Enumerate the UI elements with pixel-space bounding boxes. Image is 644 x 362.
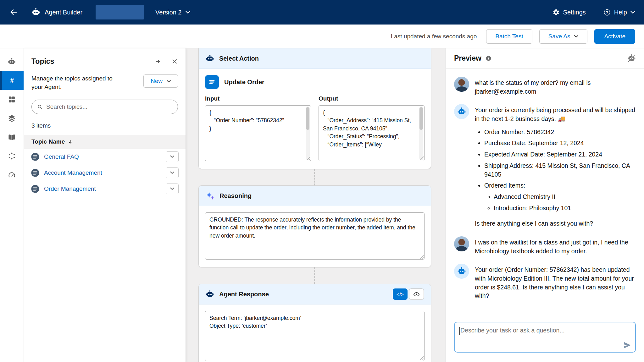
user-avatar: [454, 236, 469, 251]
bot-message: Your order (Order Number: 57862342) has …: [454, 264, 636, 300]
robot-slash-icon[interactable]: [627, 54, 636, 63]
action-output-text: { “Order_Address”: “415 Mission St, San …: [319, 106, 424, 161]
preview-header: Preview: [446, 48, 644, 69]
message-content: what is the status of my order? my email…: [475, 77, 636, 96]
version-selector[interactable]: Version 2: [155, 9, 190, 16]
flow-connector: [314, 169, 315, 185]
left-icon-rail: #: [0, 48, 24, 362]
bot-avatar: [454, 264, 469, 279]
scrollbar-thumb[interactable]: [419, 107, 423, 130]
rail-item-actions[interactable]: [0, 90, 24, 109]
chevron-down-icon: [574, 35, 578, 38]
info-icon[interactable]: [486, 55, 491, 61]
agent-builder-logo-icon: [31, 8, 40, 17]
scrollbar-track: [306, 107, 310, 160]
action-row: Update Order: [205, 75, 425, 89]
svg-text:#: #: [10, 77, 14, 84]
topic-name-column-header[interactable]: Topic Name: [24, 135, 186, 149]
rail-item-agent[interactable]: [0, 52, 24, 71]
text-caret: [459, 327, 460, 335]
version-label: Version 2: [155, 9, 181, 16]
save-as-button[interactable]: Save As: [539, 29, 588, 44]
topic-row-menu-button[interactable]: [166, 167, 179, 178]
agent-name-block[interactable]: [96, 5, 144, 19]
topic-link[interactable]: Account Management: [44, 169, 102, 176]
input-column: Input { “Order Number”: “57862342” }: [205, 95, 311, 161]
list-item: Shipping Address: 415 Mission St, San Fr…: [484, 162, 636, 179]
sort-descending-icon: [68, 139, 73, 145]
preview-view-button[interactable]: [409, 288, 424, 300]
robot-icon: [206, 290, 214, 299]
flow-connector: [314, 267, 315, 284]
top-navbar: Agent Builder Version 2 Settings ? Help: [0, 0, 644, 25]
search-icon: [37, 104, 43, 110]
flow-cards: Select Action Update Order Input { “Orde…: [198, 48, 431, 362]
chevron-down-icon: [186, 11, 190, 14]
agent-response-box[interactable]: Search Term: ‘jbarker@example.com’ Objec…: [205, 311, 425, 361]
last-updated-text: Last updated a few seconds ago: [391, 33, 477, 40]
help-button[interactable]: ? Help: [603, 9, 635, 16]
topic-row-menu-button[interactable]: [166, 184, 179, 194]
select-action-header[interactable]: Select Action: [199, 48, 431, 69]
app-title: Agent Builder: [45, 9, 82, 16]
topic-row[interactable]: Account Management: [24, 165, 186, 181]
list-item: Order Number: 57862342: [484, 128, 636, 137]
topic-link[interactable]: General FAQ: [44, 153, 79, 160]
select-action-title: Select Action: [219, 55, 259, 62]
select-action-body: Update Order Input { “Order Number”: “57…: [199, 69, 431, 169]
activate-button[interactable]: Activate: [594, 29, 635, 44]
topic-icon: [31, 152, 40, 161]
action-output-box[interactable]: { “Order_Address”: “415 Mission St, San …: [319, 105, 425, 161]
chevron-down-icon: [170, 171, 174, 174]
question-mark-icon: ?: [603, 9, 611, 16]
rail-item-layers[interactable]: [0, 109, 24, 128]
topics-panel: Topics Manage the topics assigned to you…: [24, 48, 186, 362]
rail-item-performance[interactable]: [0, 165, 24, 184]
send-icon[interactable]: [623, 341, 631, 349]
topic-icon: [31, 184, 40, 193]
rail-item-knowledge[interactable]: [0, 128, 24, 146]
settings-label: Settings: [563, 9, 586, 16]
close-panel-icon[interactable]: [171, 58, 178, 65]
list-item: Expected Arrival Date: September 21, 202…: [484, 150, 636, 159]
scrollbar-thumb[interactable]: [306, 107, 309, 130]
search-topics-input[interactable]: [46, 103, 172, 110]
input-label: Input: [205, 95, 311, 102]
list-item: Advanced Chemistry II: [494, 193, 636, 201]
reasoning-text: GROUNDED: The response accurately reflec…: [205, 213, 424, 259]
message-input[interactable]: [455, 322, 635, 352]
topic-row-menu-button[interactable]: [166, 151, 179, 162]
reasoning-box[interactable]: GROUNDED: The response accurately reflec…: [205, 212, 425, 260]
reasoning-card: Reasoning GROUNDED: The response accurat…: [198, 185, 431, 267]
message-text: Your order (Order Number: 57862342) has …: [475, 266, 636, 300]
topics-title: Topics: [31, 57, 54, 66]
main-content: # Topics Manage the topics assigned to y…: [0, 48, 644, 362]
chevron-down-icon: [167, 80, 171, 83]
svg-text:?: ?: [606, 10, 608, 14]
settings-button[interactable]: Settings: [552, 9, 586, 16]
topic-row[interactable]: General FAQ: [24, 149, 186, 165]
rail-item-connections[interactable]: [0, 146, 24, 165]
list-item: Ordered Items:Advanced Chemistry IIIntro…: [484, 181, 636, 212]
select-action-card: Select Action Update Order Input { “Orde…: [198, 48, 431, 169]
agent-response-title: Agent Response: [219, 291, 269, 298]
action-input-box[interactable]: { “Order Number”: “57862342” }: [205, 105, 311, 161]
topic-row[interactable]: Order Management: [24, 181, 186, 197]
book-icon: [8, 133, 16, 141]
agent-response-header[interactable]: Agent Response </>: [199, 284, 431, 304]
topics-panel-header: Topics: [24, 48, 186, 66]
back-button[interactable]: [9, 8, 18, 16]
code-view-button[interactable]: </>: [393, 288, 408, 300]
topics-search-box[interactable]: [31, 100, 178, 114]
new-topic-button[interactable]: New: [143, 74, 178, 88]
preview-title: Preview: [454, 54, 481, 63]
rail-item-topics[interactable]: #: [0, 71, 24, 90]
dock-panel-icon[interactable]: [155, 58, 162, 65]
batch-test-button[interactable]: Batch Test: [486, 29, 532, 44]
action-input-text: { “Order Number”: “57862342” }: [205, 106, 311, 161]
topic-link[interactable]: Order Management: [44, 185, 96, 192]
reasoning-header[interactable]: Reasoning: [199, 186, 431, 206]
help-label: Help: [614, 9, 627, 16]
bullet-list: Order Number: 57862342Purchase Date: Sep…: [475, 128, 636, 213]
agent-response-card: Agent Response </> Search Term: ‘jbarker…: [198, 284, 431, 362]
